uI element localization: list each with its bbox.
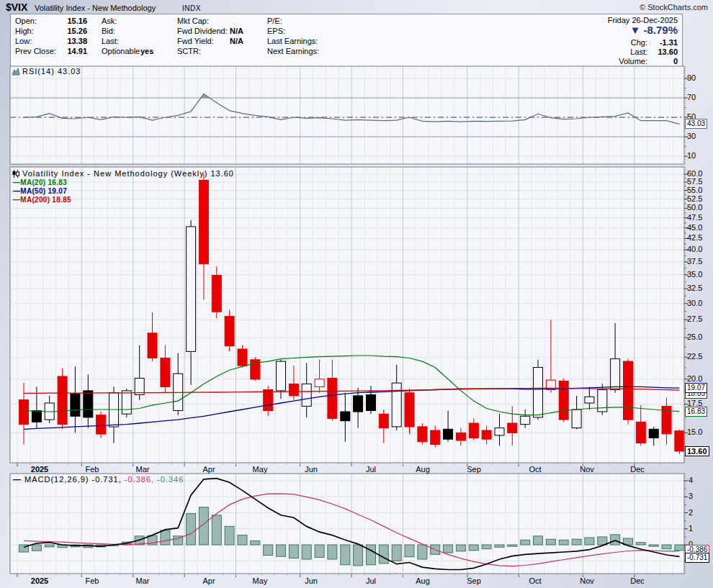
price-axis-label: 47.5: [687, 213, 702, 222]
macd-legend: — MACD(12,26,9) -0.731, -0.386, -0.346: [13, 475, 184, 484]
price-axis-label: 45.0: [687, 223, 702, 232]
axis-callout: -0.731: [685, 553, 709, 563]
price-axis-label: 15.0: [687, 428, 702, 436]
price-axis-label: 25.0: [687, 333, 702, 341]
month-label: Jun: [305, 465, 318, 474]
candlestick-icon: [12, 170, 19, 178]
rsi-icon: [12, 68, 20, 76]
month-label: Oct: [529, 465, 541, 474]
price-axis-label: 50.0: [687, 203, 702, 212]
month-label: Jun: [305, 576, 318, 585]
price-axis-label: 27.5: [687, 315, 702, 323]
month-label: 2025: [31, 465, 48, 474]
macd-legend-part: -0.346: [154, 475, 184, 484]
macd-legend-part: MACD(12,26,9) -0.731,: [24, 475, 122, 484]
month-label: May: [253, 576, 268, 585]
month-label: May: [253, 465, 268, 474]
month-label: Sep: [467, 465, 481, 474]
month-label: Jul: [366, 576, 376, 585]
month-label: Jul: [366, 465, 376, 474]
ma-legend: —MA(20) 16.83: [13, 178, 67, 186]
stockcharts-page: { "header": { "symbol": "$VIX", "name": …: [0, 0, 713, 588]
price-axis-label: 40.0: [687, 245, 702, 253]
price-axis-label: 57.5: [687, 177, 702, 186]
rsi-axis-label: 70: [687, 93, 696, 101]
month-label: Aug: [416, 576, 430, 585]
month-label: Oct: [529, 576, 541, 585]
macd-axis-label: 4: [689, 476, 693, 484]
month-label: Sep: [467, 576, 481, 585]
month-label: Nov: [580, 465, 594, 474]
macd-line-dash: —: [13, 475, 24, 484]
price-axis-label: 42.5: [687, 233, 702, 242]
price-axis-label: 22.5: [687, 352, 702, 361]
main-panel-title: Volatility Index - New Methodology (Week…: [22, 169, 234, 178]
month-label: Nov: [580, 576, 594, 585]
rsi-axis-label: 90: [687, 73, 696, 82]
price-axis-label: 35.0: [687, 270, 702, 279]
month-label: Apr: [202, 465, 215, 474]
price-axis-label: 55.0: [687, 186, 702, 194]
price-axis-label: 32.5: [687, 284, 702, 292]
month-label: Aug: [416, 465, 430, 474]
macd-axis-label: 2: [689, 508, 693, 517]
chart-canvas: [0, 0, 713, 588]
price-axis-label: 30.0: [687, 299, 702, 307]
price-axis-label: 52.5: [687, 194, 702, 203]
month-label: Feb: [86, 465, 99, 474]
price-axis-label: 20.0: [687, 374, 702, 383]
macd-axis-label: 1: [689, 524, 693, 533]
month-label: 2025: [31, 576, 48, 585]
month-label: Apr: [202, 576, 215, 585]
axis-callout: 43.03: [685, 119, 707, 129]
month-label: Mar: [136, 465, 150, 474]
ma-legend: —MA(200) 18.85: [13, 196, 71, 204]
rsi-axis-label: 30: [687, 132, 696, 140]
axis-callout: 19.07: [685, 383, 707, 393]
month-label: Dec: [630, 576, 645, 585]
axis-callout: 16.83: [685, 407, 707, 417]
rsi-axis-label: 10: [687, 151, 696, 160]
rsi-legend: RSI(14) 43.03: [22, 67, 81, 76]
month-label: Mar: [136, 576, 150, 585]
price-axis-label: 37.5: [687, 257, 702, 266]
ma-legend: —MA(50) 19.07: [13, 187, 67, 195]
month-label: Feb: [86, 576, 99, 585]
month-label: Dec: [630, 465, 645, 474]
axis-callout: 13.60: [685, 446, 709, 456]
macd-axis-label: 3: [689, 492, 693, 500]
macd-legend-part: -0.386,: [122, 475, 154, 484]
